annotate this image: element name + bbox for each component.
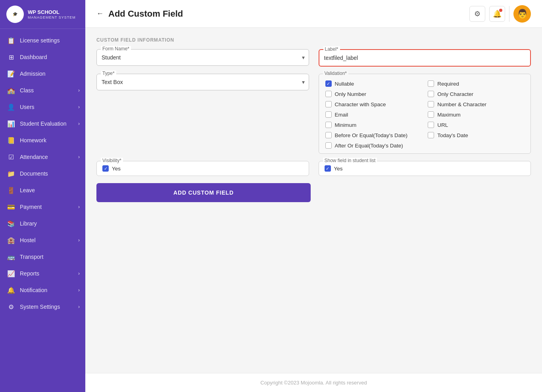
sidebar-item-notification[interactable]: 🔔 Notification › [0,282,85,298]
checkbox-label-email: Email [335,112,348,118]
checkbox-url[interactable]: URL [428,122,524,128]
checkbox-input-url[interactable] [428,122,434,128]
sidebar-item-hostel[interactable]: 🏨 Hostel › [0,232,85,249]
sidebar-item-attendance[interactable]: ☑ Attendance › [0,149,85,165]
page-title: Add Custom Field [108,9,183,19]
checkbox-input-todays-date[interactable] [428,132,434,138]
sidebar-item-system-settings[interactable]: ⚙ System Settings › [0,298,85,315]
type-select[interactable]: Text Box Number Character Character Only… [102,77,304,87]
nav-icon-system-settings: ⚙ [7,303,15,311]
checkbox-input-only-character[interactable] [428,91,434,97]
checkbox-minimum[interactable]: Minimum [325,122,422,128]
checkbox-char-with-space[interactable]: Character with Space [325,101,422,107]
gear-button[interactable]: ⚙ [469,6,485,22]
nav-icon-dashboard: ⊞ [7,53,15,61]
nav-icon-student-evaluation: 📊 [7,120,15,128]
nav-arrow-student-evaluation: › [78,121,80,126]
nav-label-documents: Documents [20,170,48,177]
sidebar-item-student-evaluation[interactable]: 📊 Student Evaluation › [0,115,85,132]
checkbox-nullable[interactable]: Nullable [325,80,422,87]
nav-icon-transport: 🚌 [7,253,15,261]
nav-label-hostel: Hostel [20,237,36,243]
checkbox-label-nullable: Nullable [335,81,354,87]
checkbox-number-character[interactable]: Number & Character [428,101,524,107]
sidebar-item-users[interactable]: 👤 Users › [0,99,85,115]
type-col: Type* Text Box Number Character Characte… [96,74,309,154]
visibility-checkbox-item[interactable]: Yes [102,165,303,172]
form-row-2: Type* Text Box Number Character Characte… [96,74,531,154]
bottom-row: Visibility* Yes Show field in student li… [96,161,531,176]
nav-label-dashboard: Dashboard [20,54,47,60]
sidebar-nav: 📋 License settings ⊞ Dashboard 📝 Admissi… [0,29,85,392]
sidebar-item-admission[interactable]: 📝 Admission [0,65,85,82]
checkbox-label-todays-date: Today's Date [437,132,468,138]
checkbox-required[interactable]: Required [428,80,524,87]
visibility-field: Visibility* Yes [96,161,309,176]
checkbox-label-before-or-equal: Before Or Equal(Today's Date) [335,132,407,138]
nav-label-reports: Reports [20,270,39,277]
nav-label-payment: Payment [20,204,42,210]
form-name-select[interactable]: Student Teacher Staff [102,53,304,62]
checkbox-label-char-with-space: Character with Space [335,101,386,107]
show-field-checkbox[interactable] [325,165,331,172]
nav-label-system-settings: System Settings [20,304,60,310]
nav-icon-payment: 💳 [7,203,15,211]
checkbox-todays-date[interactable]: Today's Date [428,132,524,138]
checkbox-input-before-or-equal[interactable] [325,132,332,138]
visibility-label: Visibility* [101,158,123,163]
add-custom-field-button[interactable]: ADD CUSTOM FIELD [96,183,311,202]
checkbox-email[interactable]: Email [325,111,422,118]
checkbox-input-maximum[interactable] [428,111,434,118]
sidebar-item-reports[interactable]: 📈 Reports › [0,265,85,282]
sidebar-item-leave[interactable]: 🚪 Leave [0,182,85,199]
sidebar-item-dashboard[interactable]: ⊞ Dashboard [0,49,85,65]
sidebar-item-homework[interactable]: 📒 Homework [0,132,85,149]
checkbox-input-only-number[interactable] [325,91,332,97]
label-field-label: Label* [323,46,340,52]
nav-label-homework: Homework [20,137,46,143]
nav-icon-license-settings: 📋 [7,36,15,44]
sidebar-item-license-settings[interactable]: 📋 License settings [0,32,85,49]
sidebar-item-transport[interactable]: 🚌 Transport [0,249,85,265]
main-content: ← Add Custom Field ⚙ 🔔 👨 CUSTOM FIELD IN… [85,0,542,392]
visibility-checkbox[interactable] [102,165,109,172]
show-field-checkbox-item[interactable]: Yes [325,165,525,172]
sidebar-item-class[interactable]: 🏫 Class › [0,82,85,99]
checkbox-input-email[interactable] [325,111,332,118]
header-divider [509,6,509,22]
checkbox-input-after-or-equal[interactable] [325,142,332,149]
notification-badge [499,9,502,12]
sidebar-item-library[interactable]: 📚 Library [0,215,85,232]
checkbox-after-or-equal[interactable]: After Or Equal(Today's Date) [325,142,422,149]
checkbox-only-character[interactable]: Only Character [428,91,524,97]
label-field: Label* [319,49,531,67]
sidebar-item-documents[interactable]: 📁 Documents [0,165,85,182]
checkbox-input-required[interactable] [428,80,434,87]
checkbox-input-number-character[interactable] [428,101,434,107]
checkbox-only-number[interactable]: Only Number [325,91,422,97]
notification-button[interactable]: 🔔 [489,6,505,22]
footer: Copyright ©2023 Mojoomla. All rights res… [85,373,542,392]
checkbox-input-minimum[interactable] [325,122,332,128]
nav-icon-admission: 📝 [7,70,15,78]
back-button[interactable]: ← [96,10,104,18]
checkbox-before-or-equal[interactable]: Before Or Equal(Today's Date) [325,132,422,138]
logo-subtitle: MANAGEMENT SYSTEM [28,15,76,19]
checkbox-maximum[interactable]: Maximum [428,111,524,118]
label-input[interactable] [324,53,526,63]
avatar[interactable]: 👨 [513,5,531,23]
nav-arrow-system-settings: › [78,304,80,310]
checkbox-input-nullable[interactable] [325,80,332,87]
type-field: Type* Text Box Number Character Characte… [96,74,309,90]
nav-arrow-payment: › [78,204,80,210]
validation-label: Validation* [323,71,348,76]
sidebar-item-payment[interactable]: 💳 Payment › [0,199,85,215]
nav-label-class: Class [20,87,34,94]
show-field-value: Yes [334,166,343,172]
sidebar: 🎓 WP SCHOOL MANAGEMENT SYSTEM 📋 License … [0,0,85,392]
label-col: Label* [319,49,531,67]
logo-icon: 🎓 [6,6,24,23]
nav-label-admission: Admission [20,71,46,77]
validation-col: Validation* NullableRequiredOnly NumberO… [319,74,531,154]
checkbox-input-char-with-space[interactable] [325,101,332,107]
